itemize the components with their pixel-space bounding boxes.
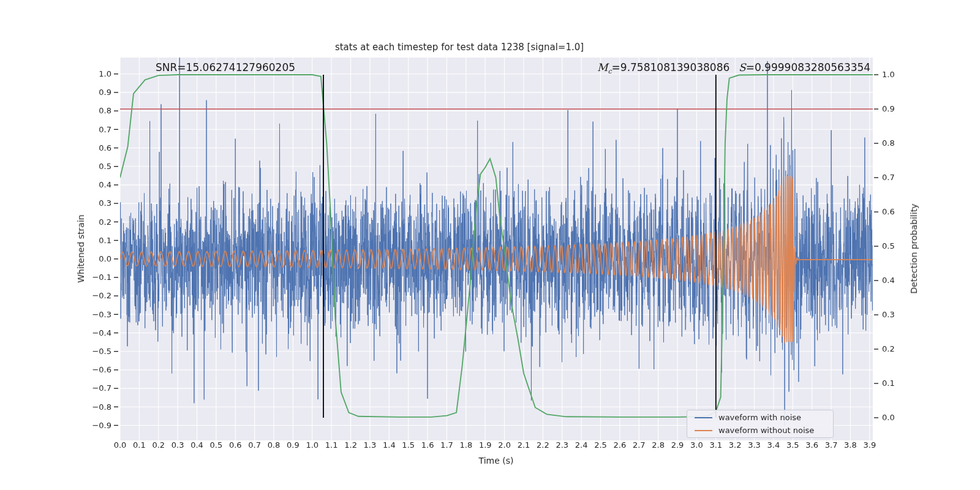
legend-line-orange-icon xyxy=(695,430,712,431)
legend: waveform with noise waveform without noi… xyxy=(687,410,834,438)
legend-item-with-noise: waveform with noise xyxy=(687,412,833,423)
left-axis-label: Whitened strain xyxy=(76,214,86,282)
significance-symbol: S xyxy=(739,61,746,74)
snr-annotation: SNR=15.06274127960205 xyxy=(156,61,295,74)
figure: stats at each timestep for test data 123… xyxy=(0,0,980,490)
chirp-mass-symbol: M xyxy=(597,61,608,74)
legend-line-blue-icon xyxy=(695,417,712,418)
chart-title: stats at each timestep for test data 123… xyxy=(335,42,584,53)
significance-annotation: S=0.9999083280563354 xyxy=(739,61,870,74)
legend-item-without-noise: waveform without noise xyxy=(687,425,833,436)
legend-label: waveform with noise xyxy=(718,413,801,421)
right-axis-label: Detection probability xyxy=(909,203,919,293)
x-axis-label: Time (s) xyxy=(479,456,514,466)
chirp-mass-annotation: Mc=9.758108139038086 xyxy=(597,61,729,75)
legend-label: waveform without noise xyxy=(718,426,814,434)
